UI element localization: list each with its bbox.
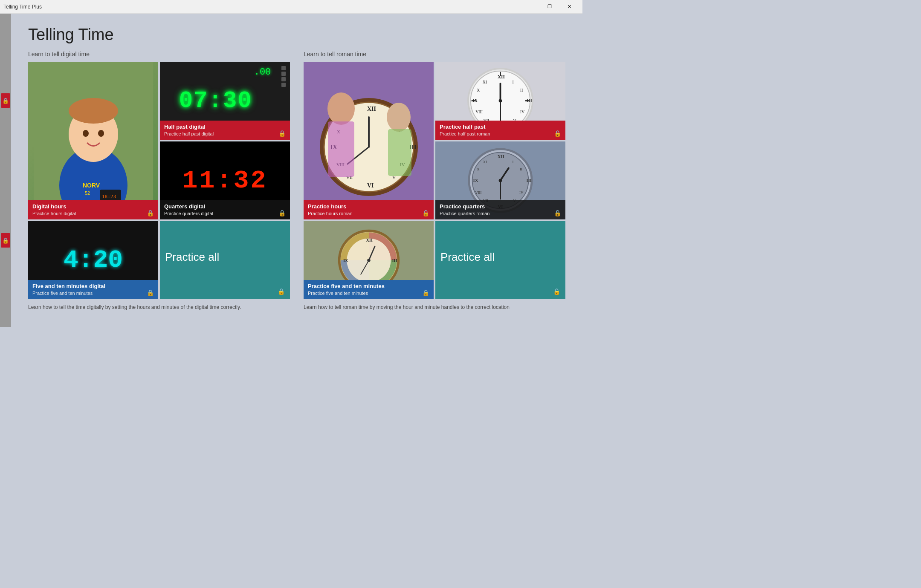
practice-all-digital-lock-icon: 🔒 bbox=[278, 288, 285, 295]
svg-text:II: II bbox=[520, 88, 523, 92]
minimize-button[interactable]: − bbox=[520, 0, 540, 14]
tile-practice-quarters-lock-icon: 🔒 bbox=[554, 210, 561, 216]
svg-point-68 bbox=[499, 179, 502, 182]
svg-text:XI: XI bbox=[483, 80, 487, 84]
tile-practice-hours-subtitle: Practice hours roman bbox=[308, 210, 353, 216]
columns-container: Learn to tell digital time bbox=[28, 51, 565, 311]
tile-practice-half-past-title: Practice half past bbox=[440, 124, 490, 131]
tile-digital-hours[interactable]: NORV 52 18:23 Digital hours Practice hou… bbox=[28, 62, 158, 219]
tile-half-past-digital-label: Half past digital Practice half past dig… bbox=[160, 121, 290, 140]
svg-text:18:23: 18:23 bbox=[102, 194, 116, 199]
tile-half-past-digital[interactable]: 07:30 .00 Half past digital Practice hal… bbox=[160, 62, 290, 140]
tile-five-ten-title: Five and ten minutes digital bbox=[32, 283, 105, 290]
tile-practice-hours-label: Practice hours Practice hours roman 🔒 bbox=[304, 200, 434, 219]
svg-text:VIII: VIII bbox=[475, 110, 483, 114]
svg-text:I: I bbox=[513, 160, 514, 164]
tile-practice-hours-title: Practice hours bbox=[308, 203, 353, 210]
practice-all-digital-label: Practice all bbox=[165, 251, 219, 264]
tile-practice-all-digital[interactable]: Practice all 🔒 bbox=[160, 221, 290, 299]
tile-half-past-title: Half past digital bbox=[164, 124, 214, 131]
tile-practice-five-ten-label: Practice five and ten minutes Practice f… bbox=[304, 280, 434, 299]
svg-text:XII: XII bbox=[366, 237, 372, 242]
tile-practice-five-ten-title: Practice five and ten minutes bbox=[308, 283, 385, 290]
roman-column: Learn to tell roman time XII III bbox=[304, 51, 565, 311]
svg-text:X: X bbox=[477, 167, 480, 171]
tile-quarters-title: Quarters digital bbox=[164, 203, 213, 210]
practice-all-roman-label: Practice all bbox=[440, 251, 495, 264]
svg-point-27 bbox=[327, 92, 355, 125]
tile-five-ten-label: Five and ten minutes digital Practice fi… bbox=[28, 280, 158, 299]
svg-text:XI: XI bbox=[483, 160, 487, 164]
tile-practice-half-past-lock-icon: 🔒 bbox=[554, 130, 561, 137]
tile-quarters-digital-label: Quarters digital Practice quarters digit… bbox=[160, 200, 290, 219]
tile-practice-half-past[interactable]: XII III VI IX I II IV V VII VIII X XI bbox=[435, 62, 565, 140]
tile-practice-all-roman[interactable]: Practice all 🔒 bbox=[435, 221, 565, 299]
svg-text:52: 52 bbox=[85, 190, 90, 196]
half-past-time-small: .00 bbox=[254, 67, 271, 78]
app-title: Telling Time Plus bbox=[3, 4, 42, 10]
tile-practice-hours[interactable]: XII III VI IX I II IV V VII VIII X XI bbox=[304, 62, 434, 219]
quarters-time-display: 11:32 bbox=[182, 166, 267, 195]
tile-quarters-digital[interactable]: 11:32 Quarters digital Practice quarters… bbox=[160, 141, 290, 219]
svg-text:XII: XII bbox=[367, 106, 376, 112]
svg-point-77 bbox=[367, 259, 371, 262]
restore-button[interactable]: ❐ bbox=[540, 0, 559, 14]
tile-digital-hours-lock-icon: 🔒 bbox=[147, 210, 154, 216]
roman-section-label: Learn to tell roman time bbox=[304, 51, 565, 58]
digital-column: Learn to tell digital time bbox=[28, 51, 290, 311]
tile-quarters-lock-icon: 🔒 bbox=[278, 210, 286, 216]
svg-text:IX: IX bbox=[473, 178, 478, 183]
tile-half-past-lock-icon: 🔒 bbox=[278, 130, 286, 137]
tile-practice-quarters-label: Practice quarters Practice quarters roma… bbox=[435, 200, 565, 219]
main-content: Telling Time Learn to tell digital time bbox=[11, 14, 582, 320]
svg-point-3 bbox=[69, 98, 118, 124]
svg-text:IV: IV bbox=[520, 110, 524, 114]
digital-footer: Learn how to tell the time digitally by … bbox=[28, 303, 290, 311]
window-controls: − ❐ ✕ bbox=[520, 0, 579, 14]
digital-tile-grid: NORV 52 18:23 Digital hours Practice hou… bbox=[28, 62, 290, 299]
tile-digital-hours-label: Digital hours Practice hours digital 🔒 bbox=[28, 200, 158, 219]
svg-point-4 bbox=[83, 130, 89, 137]
svg-text:II: II bbox=[520, 167, 522, 171]
svg-text:NORV: NORV bbox=[83, 182, 100, 189]
roman-tile-grid: XII III VI IX I II IV V VII VIII X XI bbox=[304, 62, 565, 299]
half-past-time-display: 07:30 bbox=[179, 88, 252, 114]
tile-practice-quarters-subtitle: Practice quarters roman bbox=[440, 210, 489, 216]
svg-text:VI: VI bbox=[367, 182, 374, 189]
tile-quarters-subtitle: Practice quarters digital bbox=[164, 210, 213, 216]
page-title: Telling Time bbox=[28, 26, 565, 44]
tile-practice-quarters[interactable]: XII III VI IX I II IV V VII VIII X XI bbox=[435, 141, 565, 219]
tile-five-ten-digital[interactable]: 4:20 Five and ten minutes digital Practi… bbox=[28, 221, 158, 299]
practice-all-roman-lock-icon: 🔒 bbox=[553, 288, 560, 295]
svg-text:III: III bbox=[527, 178, 532, 183]
close-button[interactable]: ✕ bbox=[559, 0, 579, 14]
tile-five-ten-subtitle: Practice five and ten minutes bbox=[32, 290, 105, 296]
tile-practice-half-past-label: Practice half past Practice half past ro… bbox=[435, 121, 565, 140]
five-ten-time-display: 4:20 bbox=[64, 246, 123, 274]
tile-practice-five-ten-lock-icon: 🔒 bbox=[422, 289, 429, 296]
roman-footer: Learn how to tell roman time by moving t… bbox=[304, 303, 565, 311]
svg-text:X: X bbox=[477, 88, 480, 92]
svg-point-29 bbox=[387, 103, 411, 132]
tile-five-ten-lock-icon: 🔒 bbox=[147, 289, 154, 296]
svg-point-5 bbox=[98, 130, 104, 137]
svg-text:IX: IX bbox=[472, 98, 478, 104]
svg-text:I: I bbox=[513, 80, 514, 84]
svg-text:III: III bbox=[392, 258, 397, 262]
tile-practice-hours-lock-icon: 🔒 bbox=[422, 210, 429, 216]
svg-text:VIII: VIII bbox=[475, 190, 481, 195]
left-strip: 🔒 🔒 bbox=[0, 14, 11, 327]
strip-lock-1[interactable]: 🔒 bbox=[1, 93, 10, 108]
svg-text:III: III bbox=[527, 98, 533, 104]
svg-text:IV: IV bbox=[519, 190, 524, 195]
tile-practice-five-ten[interactable]: XII III VI IX Practice five and ten bbox=[304, 221, 434, 299]
tile-practice-quarters-title: Practice quarters bbox=[440, 203, 489, 210]
tile-practice-five-ten-subtitle: Practice five and ten minutes bbox=[308, 290, 385, 296]
digital-section-label: Learn to tell digital time bbox=[28, 51, 290, 58]
tile-digital-hours-subtitle: Practice hours digital bbox=[32, 210, 76, 216]
svg-text:XII: XII bbox=[498, 154, 504, 159]
strip-lock-2[interactable]: 🔒 bbox=[1, 233, 10, 248]
tile-practice-half-past-subtitle: Practice half past roman bbox=[440, 131, 490, 137]
svg-rect-28 bbox=[328, 121, 354, 177]
svg-text:XII: XII bbox=[498, 74, 505, 80]
